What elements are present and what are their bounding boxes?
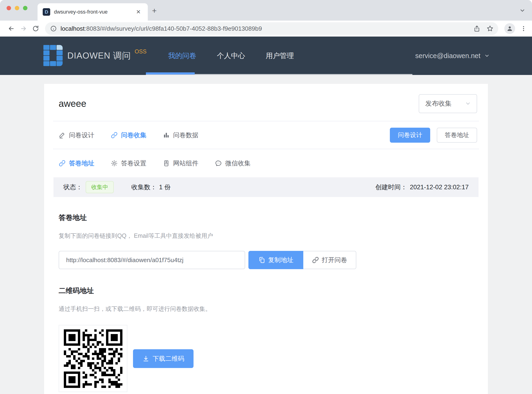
tab-search-icon[interactable] — [519, 7, 525, 15]
qrcode-heading: 二维码地址 — [59, 286, 473, 296]
subtab-wechat-collect[interactable]: 微信收集 — [215, 159, 250, 167]
tab-survey-collect[interactable]: 问卷收集 — [111, 131, 146, 139]
gear-icon — [111, 160, 118, 167]
answer-url-description: 复制下面的问卷链接到QQ， Email等工具中直接发给被用户 — [59, 232, 473, 240]
tab-group: 问卷设计 问卷收集 问卷数据 — [59, 131, 198, 139]
survey-design-button[interactable]: 问卷设计 — [390, 128, 430, 143]
close-window-button[interactable] — [7, 6, 11, 10]
browser-tab-strip: D dwsurvey-oss-front-vue ✕ + — [0, 0, 532, 21]
site-info-icon[interactable] — [50, 25, 57, 32]
header-actions: 问卷设计 答卷地址 — [390, 128, 477, 143]
survey-card: aweee 发布收集 问卷设计 问卷收集 — [44, 84, 488, 394]
forward-button[interactable] — [19, 24, 28, 33]
browser-tab[interactable]: D dwsurvey-oss-front-vue ✕ — [37, 3, 148, 21]
tab-label: 问卷设计 — [69, 131, 94, 139]
open-survey-button[interactable]: 打开问卷 — [303, 251, 356, 269]
main-menu: 我的问卷 个人中心 用户管理 — [158, 36, 304, 75]
edit-pencil-icon — [59, 132, 66, 139]
qrcode-box — [59, 325, 127, 392]
minimize-window-button[interactable] — [15, 6, 19, 10]
copy-url-label: 复制地址 — [268, 256, 293, 264]
answer-url-row: 复制地址 打开问卷 — [59, 251, 473, 269]
survey-title: aweee — [59, 98, 86, 109]
publish-collect-select[interactable]: 发布收集 — [419, 94, 477, 113]
subtab-site-widget[interactable]: 网站组件 — [163, 159, 198, 167]
tag-widget-icon — [163, 160, 170, 167]
survey-header: aweee 发布收集 — [44, 84, 488, 121]
created-time-value: 2021-12-02 23:02:17 — [410, 184, 469, 191]
browser-profile-avatar[interactable] — [504, 23, 515, 34]
zoom-window-button[interactable] — [23, 6, 27, 10]
new-tab-button[interactable]: + — [152, 7, 157, 15]
chat-bubble-icon — [215, 160, 222, 167]
link-icon — [312, 256, 319, 264]
menu-item-personal-center[interactable]: 个人中心 — [207, 36, 255, 75]
survey-url-input[interactable] — [59, 251, 245, 269]
subtab-answer-settings[interactable]: 答卷设置 — [111, 159, 146, 167]
tab-survey-data[interactable]: 问卷数据 — [163, 131, 198, 139]
subtab-answer-url[interactable]: 答卷地址 — [59, 159, 94, 167]
qrcode-description: 通过手机扫一扫，或下载二维码，即可进行问卷数据收集。 — [59, 305, 473, 313]
tab-label: 问卷收集 — [121, 131, 146, 139]
created-time-label: 创建时间： — [375, 183, 407, 191]
brand-name: DIAOWEN 调问 — [67, 50, 131, 62]
browser-toolbar: localhost:8083/#/dw/survey/c/url/c98fa14… — [0, 21, 532, 36]
share-icon[interactable] — [473, 25, 480, 32]
tab-title: dwsurvey-oss-front-vue — [54, 9, 134, 15]
reload-button[interactable] — [32, 24, 40, 33]
traffic-lights — [7, 6, 27, 10]
status-bar: 状态： 收集中 收集数： 1 份 创建时间： 2021-12-02 23:02:… — [53, 177, 479, 197]
tab-label: 问卷数据 — [173, 131, 198, 139]
app-navbar: DIAOWEN 调问 OSS 我的问卷 个人中心 用户管理 service@di… — [0, 36, 532, 75]
secondary-tabs: 答卷地址 答卷设置 网站组件 微信收集 — [44, 149, 488, 177]
copy-icon — [258, 256, 265, 264]
answer-url-button[interactable]: 答卷地址 — [437, 128, 477, 143]
collect-count-label: 收集数： — [131, 183, 157, 191]
chevron-down-icon — [484, 53, 490, 59]
answer-url-heading: 答卷地址 — [59, 213, 473, 223]
download-qrcode-button[interactable]: 下载二维码 — [133, 349, 193, 368]
account-dropdown[interactable]: service@diaowen.net — [415, 52, 490, 60]
select-value: 发布收集 — [425, 99, 452, 108]
bar-chart-icon — [163, 132, 170, 139]
browser-window: D dwsurvey-oss-front-vue ✕ + localhost:8… — [0, 0, 532, 394]
address-bar[interactable]: localhost:8083/#/dw/survey/c/url/c98fa14… — [45, 22, 498, 35]
page-background: aweee 发布收集 问卷设计 问卷收集 — [0, 75, 532, 394]
favicon-icon: D — [43, 8, 50, 16]
back-button[interactable] — [7, 24, 16, 33]
link-icon — [59, 160, 66, 167]
account-email: service@diaowen.net — [415, 52, 480, 60]
qrcode-section: 二维码地址 通过手机扫一扫，或下载二维码，即可进行问卷数据收集。 下载二维码 — [44, 269, 488, 392]
subtab-label: 网站组件 — [173, 159, 198, 167]
subtab-label: 答卷地址 — [69, 159, 94, 167]
subtab-label: 微信收集 — [225, 159, 250, 167]
qr-code — [64, 329, 122, 388]
tab-close-icon[interactable]: ✕ — [134, 8, 143, 16]
copy-url-button[interactable]: 复制地址 — [248, 251, 303, 269]
url-text: localhost:8083/#/dw/survey/c/url/c98fa14… — [60, 25, 467, 32]
download-qrcode-label: 下载二维码 — [153, 354, 184, 363]
subtab-label: 答卷设置 — [121, 159, 146, 167]
diaowen-logo-icon — [43, 45, 63, 67]
status-badge: 收集中 — [86, 181, 114, 193]
primary-tabs: 问卷设计 问卷收集 问卷数据 问卷设计 答卷地址 — [44, 121, 488, 149]
open-survey-label: 打开问卷 — [322, 256, 347, 264]
qrcode-row: 下载二维码 — [59, 325, 473, 392]
link-icon — [111, 132, 118, 139]
chevron-down-icon — [465, 100, 471, 107]
url-button-group: 复制地址 打开问卷 — [248, 251, 356, 269]
menu-item-my-surveys[interactable]: 我的问卷 — [158, 36, 207, 75]
answer-url-section: 答卷地址 复制下面的问卷链接到QQ， Email等工具中直接发给被用户 复制地址… — [44, 197, 488, 269]
bookmark-star-icon[interactable] — [486, 25, 494, 32]
tab-survey-design[interactable]: 问卷设计 — [59, 131, 94, 139]
download-icon — [142, 355, 149, 362]
menu-active-underline — [146, 72, 195, 74]
oss-badge: OSS — [135, 48, 147, 55]
collect-count-value: 1 份 — [159, 183, 171, 191]
status-label: 状态： — [63, 183, 82, 191]
browser-menu-icon[interactable] — [520, 25, 527, 32]
menu-item-user-management[interactable]: 用户管理 — [255, 36, 304, 75]
